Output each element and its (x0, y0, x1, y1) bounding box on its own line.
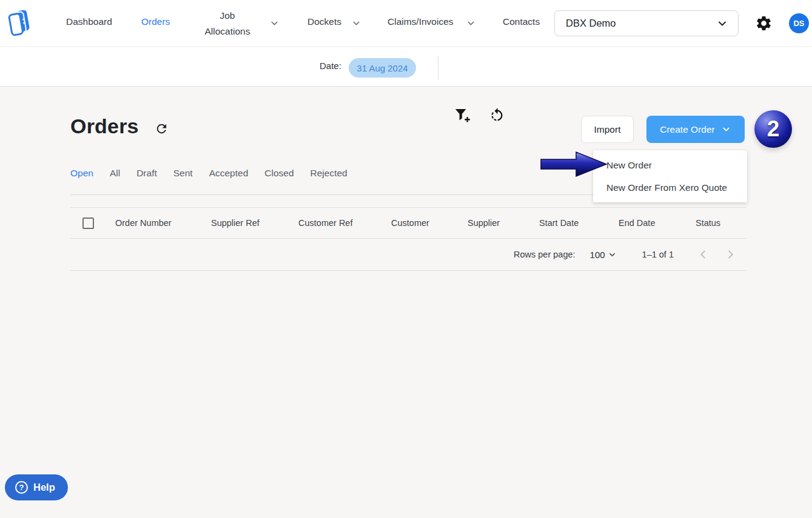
tab-rejected[interactable]: Rejected (310, 168, 347, 179)
column-header-customer-ref: Customer Ref (298, 218, 352, 228)
chevron-down-icon (721, 124, 731, 134)
rows-per-page-value: 100 (590, 250, 605, 260)
column-header-end-date: End Date (619, 218, 655, 228)
question-mark-icon: ? (15, 481, 28, 494)
chevron-down-icon (269, 18, 280, 28)
page-title: Orders (70, 115, 139, 138)
import-button[interactable]: Import (581, 116, 634, 143)
tab-accepted[interactable]: Accepted (209, 168, 249, 179)
rows-per-page-select[interactable]: 100 (590, 250, 617, 260)
nav-item-orders[interactable]: Orders (141, 16, 170, 27)
column-header-start-date: Start Date (539, 218, 579, 228)
column-header-status: Status (696, 218, 720, 228)
nav-item-dashboard[interactable]: Dashboard (66, 16, 112, 27)
top-navigation-bar: Dashboard Orders Job Allocations Dockets… (0, 0, 812, 47)
chevron-down-icon (351, 18, 361, 28)
help-button-label: Help (33, 482, 55, 493)
tab-sent[interactable]: Sent (173, 168, 193, 179)
chevron-down-icon (608, 250, 617, 259)
menu-item-new-order[interactable]: New Order (593, 154, 747, 176)
help-button[interactable]: ? Help (5, 474, 68, 500)
filter-bar: Date: 31 Aug 2024 (0, 47, 812, 87)
chevron-down-icon (716, 18, 728, 30)
status-tabs: Open All Draft Sent Accepted Closed Reje… (70, 168, 347, 179)
chevron-left-icon (696, 248, 710, 261)
tab-all[interactable]: All (110, 168, 120, 179)
app-window: Dashboard Orders Job Allocations Dockets… (0, 0, 812, 518)
tab-draft[interactable]: Draft (136, 168, 157, 179)
nav-item-job-allocations[interactable]: Job Allocations (200, 8, 255, 39)
previous-page-button[interactable] (696, 247, 710, 262)
date-filter-chip[interactable]: 31 Aug 2024 (349, 58, 416, 78)
next-page-button[interactable] (723, 247, 738, 262)
column-header-order-number: Order Number (115, 218, 172, 228)
nav-item-claims-invoices[interactable]: Claims/Invoices (388, 16, 454, 27)
reset-filters-icon[interactable] (489, 107, 505, 124)
create-order-button-label: Create Order (660, 124, 714, 135)
organisation-selector-value: DBX Demo (566, 18, 716, 29)
refresh-icon[interactable] (155, 122, 169, 136)
menu-item-new-order-from-xero-quote[interactable]: New Order From Xero Quote (593, 176, 747, 199)
select-all-checkbox[interactable] (82, 217, 94, 229)
orders-table-header-row: Order Number Supplier Ref Customer Ref C… (70, 207, 747, 239)
docketbook-logo-icon[interactable] (7, 9, 33, 37)
column-header-supplier-ref: Supplier Ref (211, 218, 260, 228)
orders-table: Order Number Supplier Ref Customer Ref C… (70, 207, 747, 271)
filter-bar-divider (438, 56, 438, 80)
tab-closed[interactable]: Closed (264, 168, 294, 179)
rows-per-page-label: Rows per page: (514, 250, 575, 259)
column-header-supplier: Supplier (468, 218, 500, 228)
gear-icon[interactable] (755, 15, 773, 32)
organisation-selector[interactable]: DBX Demo (554, 10, 739, 36)
pagination-range-text: 1–1 of 1 (642, 250, 674, 259)
column-header-customer: Customer (391, 218, 429, 228)
chevron-down-icon (466, 18, 476, 28)
nav-item-dockets[interactable]: Dockets (307, 16, 341, 27)
filter-add-icon[interactable] (454, 107, 471, 124)
pagination-bar: Rows per page: 100 1–1 of 1 (70, 239, 747, 271)
user-avatar[interactable]: DS (789, 13, 809, 33)
chevron-right-icon (724, 248, 737, 261)
nav-item-contacts[interactable]: Contacts (503, 16, 540, 27)
create-order-menu: New Order New Order From Xero Quote (593, 150, 747, 202)
tab-open[interactable]: Open (70, 168, 93, 179)
annotation-step-badge: 2 (754, 110, 792, 148)
create-order-button[interactable]: Create Order (646, 116, 745, 143)
date-filter-label: Date: (320, 61, 341, 71)
